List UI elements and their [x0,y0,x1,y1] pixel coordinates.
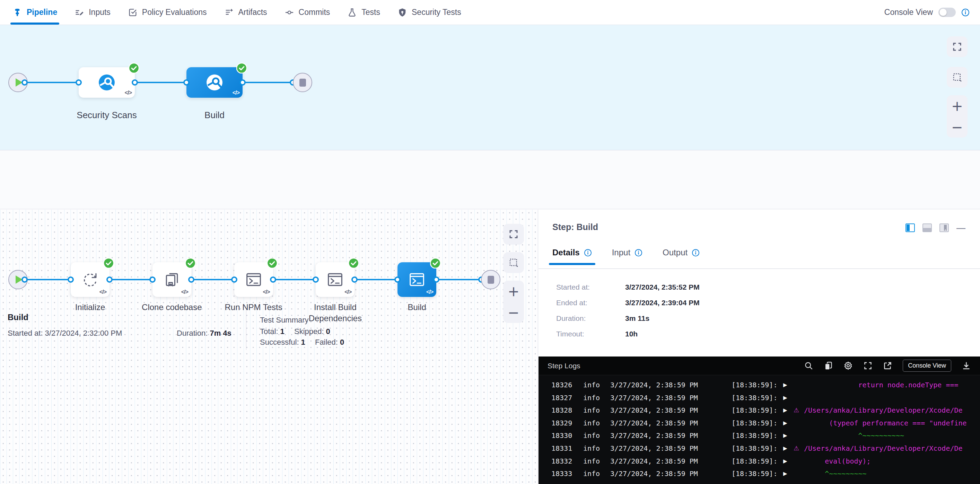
panel-title: Step: Build [552,222,598,232]
download-icon[interactable] [962,361,971,370]
layout-float-pane-icon[interactable] [939,224,949,232]
success-badge-icon [348,258,359,268]
templated-glyph: </> [125,90,132,96]
zoom-in-button[interactable]: + [951,99,963,113]
log-content: (typeof performance === "undefine [804,417,980,430]
log-datetime: 3/27/2024, 2:38:59 PM [610,467,698,480]
inputs-icon [75,8,84,17]
port [188,276,194,283]
zoom-out-button[interactable]: − [951,120,963,134]
stage-node[interactable]: </> Build [186,67,243,98]
log-line[interactable]: 18330 info 3/27/2024, 2:38:59 PM [18:38:… [539,429,980,442]
console-view-toggle[interactable] [939,8,956,17]
log-level: info [583,404,600,417]
port [433,276,439,283]
terminal-icon [407,270,427,290]
expand-caret-icon[interactable]: ▶ [783,392,788,404]
log-line-number: 18331 [551,442,572,455]
info-icon[interactable] [635,249,643,257]
step-execution-canvas[interactable]: </> Initialize </> [0,209,538,484]
log-time: [18:38:59]: [732,404,777,417]
nav-tab[interactable]: Inputs [75,0,111,25]
log-level: info [583,455,600,468]
log-line-number: 18332 [551,455,572,468]
log-level: info [583,417,600,430]
log-datetime: 3/27/2024, 2:38:59 PM [610,455,698,468]
expand-caret-icon[interactable]: ▶ [783,404,788,417]
step-node[interactable]: </> Run NPM Tests [234,262,273,297]
logs-actions: Console View [804,360,971,372]
templated-glyph: </> [181,289,188,295]
step-node[interactable]: </> Clone codebase [153,262,191,297]
zoom-in-button[interactable]: + [508,284,519,298]
fullscreen-button[interactable] [947,36,967,57]
step-label[interactable]: Run NPM Tests [210,302,297,313]
expand-caret-icon[interactable]: ▶ [783,379,788,392]
expand-caret-icon[interactable]: ▶ [783,429,788,442]
expand-caret-icon[interactable]: ▶ [783,455,788,468]
panel-layout-controls: — [905,224,966,232]
log-line[interactable]: 18328 info 3/27/2024, 2:38:59 PM [18:38:… [539,404,980,417]
tests-icon [347,8,357,17]
nav-tab[interactable]: Commits [285,0,330,25]
log-time: [18:38:59]: [732,379,777,392]
divider [539,268,980,269]
log-line[interactable]: 18326 info 3/27/2024, 2:38:59 PM [18:38:… [539,379,980,392]
nav-tab[interactable]: Artifacts [224,0,267,25]
stage-node[interactable]: </> Security Scans [79,67,135,98]
nav-tab[interactable]: Tests [347,0,380,25]
step-label[interactable]: Initialize [47,302,134,313]
fullscreen-button[interactable] [503,224,524,244]
step-node[interactable]: </> Install Build Dependencies [316,262,355,297]
expand-caret-icon[interactable]: ▶ [783,467,788,480]
stage-end-node[interactable] [481,270,500,289]
log-line[interactable]: 18331 info 3/27/2024, 2:38:59 PM [18:38:… [539,442,980,455]
pipeline-end-node[interactable] [293,73,312,92]
search-icon[interactable] [804,361,813,370]
log-datetime: 3/27/2024, 2:38:59 PM [610,417,698,430]
marquee-select-button[interactable] [947,67,967,88]
stage-label[interactable]: Build [162,110,266,121]
log-line[interactable]: 18327 info 3/27/2024, 2:38:59 PM [18:38:… [539,392,980,404]
log-time: [18:38:59]: [732,417,777,430]
panel-tab[interactable]: Input [612,248,643,265]
log-content: /Users/anka/Library/Developer/Xcode/De [804,404,980,417]
port [313,276,319,283]
detail-row: Duration: 3m 11s [539,314,980,330]
expand-caret-icon[interactable]: ▶ [783,417,788,430]
info-icon[interactable] [692,249,700,257]
step-label[interactable]: Clone codebase [129,302,215,313]
log-content: ^~~~~~~~~~~ [804,429,980,442]
nav-tab[interactable]: Security Tests [398,0,461,25]
layout-right-pane-icon[interactable] [905,224,915,232]
log-line[interactable]: 18333 info 3/27/2024, 2:38:59 PM [18:38:… [539,467,980,480]
stage-label[interactable]: Security Scans [55,110,159,121]
nav-tab[interactable]: Pipeline [13,0,57,25]
info-icon[interactable] [961,8,970,17]
panel-tab[interactable]: Output [663,248,700,265]
console-view-button[interactable]: Console View [903,360,951,372]
log-line-number: 18333 [551,467,572,480]
copy-icon[interactable] [824,361,833,370]
fullscreen-icon[interactable] [863,361,873,370]
log-line[interactable]: 18332 info 3/27/2024, 2:38:59 PM [18:38:… [539,455,980,468]
expand-caret-icon[interactable]: ▶ [783,442,788,455]
nav-tab[interactable]: Policy Evaluations [128,0,207,25]
success-badge-icon [103,258,114,268]
panel-tab[interactable]: Details [552,248,592,265]
security-scan-icon [97,72,117,92]
log-level: info [583,442,600,455]
log-datetime: 3/27/2024, 2:38:59 PM [610,392,698,404]
marquee-select-button[interactable] [503,252,524,273]
open-in-new-window-icon[interactable] [883,361,892,370]
step-node[interactable]: </> Build [398,262,436,297]
log-line[interactable]: 18329 info 3/27/2024, 2:38:59 PM [18:38:… [539,417,980,430]
security-scan-icon [204,72,224,92]
info-icon[interactable] [584,249,592,257]
settings-gear-icon[interactable] [843,361,853,370]
layout-bottom-pane-icon[interactable] [923,224,932,232]
zoom-out-button[interactable]: − [508,306,519,319]
log-line-number: 18326 [551,379,572,392]
step-label[interactable]: Build [374,302,460,313]
step-node[interactable]: </> Initialize [71,262,110,297]
